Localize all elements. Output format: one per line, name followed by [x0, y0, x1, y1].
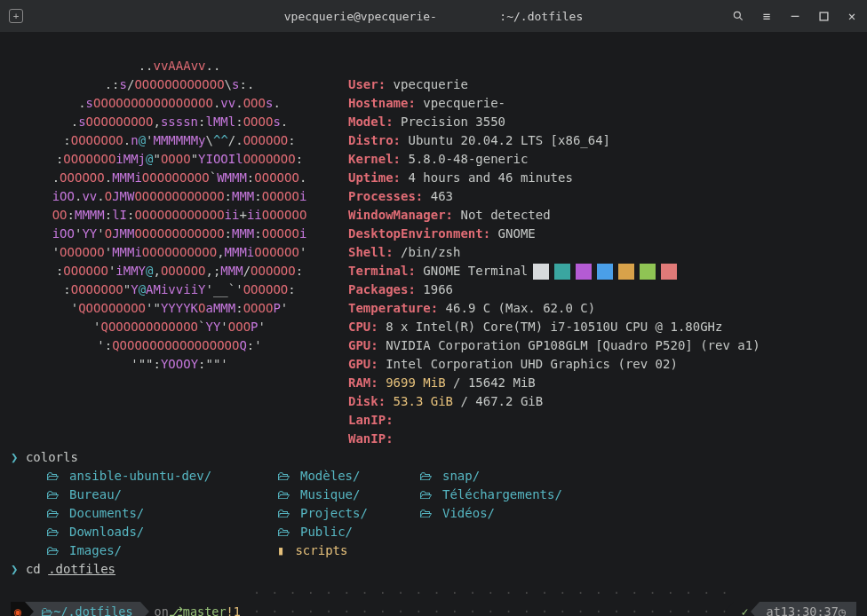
folder-icon: 🗁: [46, 469, 59, 483]
list-item: 🗁Documents/: [46, 504, 277, 523]
svg-point-0: [734, 12, 740, 18]
status-seg-path: 🗁 ~/.dotfiles: [25, 602, 139, 616]
sysfetch-block: ..vvAAAvv.. .:s/OOOOOOOOOOOO\s:. .sOOOOO…: [11, 57, 856, 448]
folder-icon: 🗁: [46, 506, 59, 520]
list-item: 🗁Vidéos/: [419, 504, 632, 523]
value-ram-used: 9699 MiB: [386, 375, 445, 390]
folder-icon: 🗁: [419, 506, 432, 520]
path-prefix: ~/: [53, 603, 68, 617]
label-shell: Shell:: [348, 245, 394, 259]
list-item: 🗁Images/: [46, 541, 277, 560]
value-de: GNOME: [498, 226, 536, 241]
label-processes: Processes:: [348, 189, 423, 203]
svg-rect-2: [820, 12, 828, 20]
value-wm: Not detected: [460, 208, 550, 222]
prompt-arrow-icon: ❯: [11, 562, 18, 576]
path-dir: .dotfiles: [68, 603, 132, 617]
svg-line-1: [739, 17, 742, 20]
prompt-arrow-icon: ❯: [11, 450, 18, 464]
window-titlebar: + vpecquerie@vpecquerie- :~/.dotfiles ≡ …: [0, 0, 867, 32]
folder-icon: 🗁: [277, 487, 290, 501]
file-icon: ▮: [277, 543, 284, 557]
on-label: on: [155, 603, 169, 617]
folder-icon: 🗁: [41, 603, 53, 617]
value-model: Precision 3550: [401, 115, 505, 129]
list-item: 🗁Modèles/: [277, 467, 419, 486]
list-item: [419, 541, 632, 560]
command-2-arg: .dotfiles: [48, 562, 115, 576]
time-value: 13:30:37: [781, 603, 839, 617]
window-title: vpecquerie@vpecquerie- :~/.dotfiles: [284, 10, 584, 23]
label-hostname: Hostname:: [348, 96, 416, 110]
list-item: 🗁Downloads/: [46, 523, 277, 541]
list-item: 🗁Projects/: [277, 504, 419, 523]
value-processes: 463: [431, 189, 453, 203]
list-item: 🗁Public/: [277, 523, 419, 541]
label-gpu2: GPU:: [348, 357, 378, 371]
color-swatches: [533, 264, 677, 280]
terminal-body[interactable]: ..vvAAAvv.. .:s/OOOOOOOOOOOO\s:. .sOOOOO…: [0, 32, 867, 616]
check-icon: ✓: [741, 603, 748, 617]
label-gpu1: GPU:: [348, 338, 378, 352]
list-item: 🗁Téléchargements/: [419, 486, 632, 504]
git-dirty: !1: [227, 603, 241, 617]
clock-icon: ◷: [839, 603, 846, 617]
value-terminal: GNOME Terminal: [423, 264, 528, 278]
list-item: 🗁snap/: [419, 467, 632, 486]
prompt-line-1: ❯ colorls: [11, 448, 856, 467]
status-seg-os: ◉: [11, 602, 25, 616]
command-2-cd: cd: [26, 562, 48, 576]
command-1: colorls: [26, 450, 78, 464]
list-item: ▮scripts: [277, 541, 419, 560]
status-seg-time: at 13:30:37 ◷: [760, 602, 856, 616]
label-cpu: CPU:: [348, 320, 378, 334]
folder-icon: 🗁: [277, 469, 290, 483]
label-de: DesktopEnvironment:: [348, 226, 490, 241]
close-icon[interactable]: ✕: [846, 10, 858, 22]
label-model: Model:: [348, 115, 394, 129]
menu-icon[interactable]: ≡: [760, 10, 773, 22]
swatch: [533, 264, 549, 280]
value-hostname: vpecquerie-: [423, 96, 505, 110]
folder-icon: 🗁: [277, 506, 290, 520]
label-distro: Distro:: [348, 133, 401, 147]
ascii-logo: ..vvAAAvv.. .:s/OOOOOOOOOOOO\s:. .sOOOOO…: [11, 57, 348, 448]
ubuntu-icon: ◉: [14, 603, 21, 617]
value-user: vpecquerie: [394, 77, 468, 91]
swatch: [618, 264, 634, 280]
at-label: at: [767, 603, 781, 617]
git-branch-icon: ⎇: [169, 603, 183, 617]
folder-icon: 🗁: [46, 487, 59, 501]
folder-icon: 🗁: [46, 525, 59, 539]
swatch: [640, 264, 656, 280]
swatch: [597, 264, 613, 280]
ls-output: 🗁ansible-ubuntu-dev/ 🗁Modèles/ 🗁snap/ 🗁B…: [11, 467, 856, 560]
value-cpu: 8 x Intel(R) Core(TM) i7-10510U CPU @ 1.…: [386, 320, 722, 334]
search-icon[interactable]: [732, 10, 744, 22]
label-uptime: Uptime:: [348, 170, 401, 185]
value-packages: 1966: [423, 282, 453, 296]
list-item: 🗁Musique/: [277, 486, 419, 504]
label-disk: Disk:: [348, 394, 386, 408]
minimize-icon[interactable]: ─: [789, 10, 801, 22]
label-user: User:: [348, 77, 386, 91]
sysinfo-list: User: vpecquerie Hostname: vpecquerie- M…: [348, 57, 856, 448]
status-seg-git: on ⎇ master !1: [140, 602, 248, 616]
label-terminal: Terminal:: [348, 264, 416, 278]
swatch: [554, 264, 570, 280]
value-shell: /bin/zsh: [401, 245, 460, 259]
label-kernel: Kernel:: [348, 152, 401, 166]
label-lanip: LanIP:: [348, 413, 394, 427]
label-wm: WindowManager:: [348, 208, 453, 222]
label-temp: Temperature:: [348, 301, 438, 315]
status-separator: · · · · · · · · · · · · · · · · · · · · …: [248, 584, 735, 617]
label-wanip: WanIP:: [348, 431, 394, 446]
maximize-icon[interactable]: [817, 10, 830, 22]
new-tab-button[interactable]: +: [9, 9, 23, 23]
value-temp: 46.9 C (Max. 62.0 C): [446, 301, 596, 315]
swatch: [576, 264, 592, 280]
folder-icon: 🗁: [419, 487, 432, 501]
folder-icon: 🗁: [46, 543, 59, 557]
value-uptime: 4 hours and 46 minutes: [408, 170, 572, 185]
value-disk-total: / 467.2 GiB: [453, 394, 543, 408]
